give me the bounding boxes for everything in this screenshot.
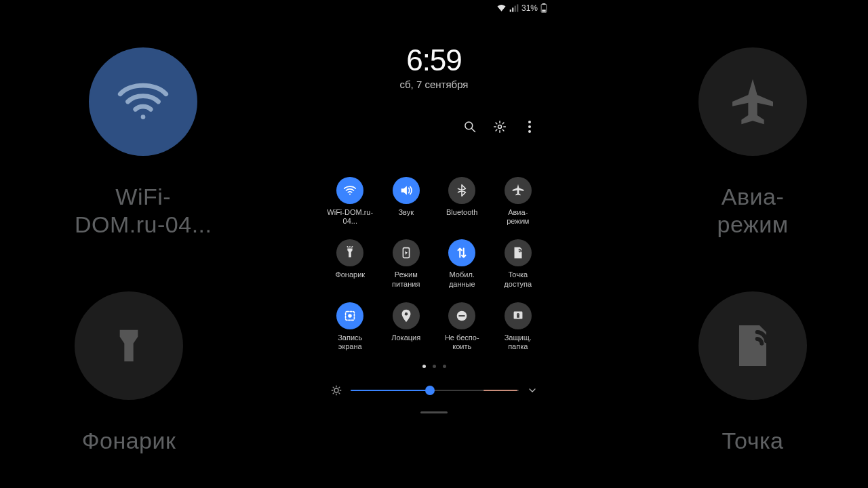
- battery-icon: [540, 3, 547, 13]
- search-button[interactable]: [463, 120, 477, 134]
- bg-tile-label: Фонарик: [75, 427, 183, 455]
- airplane-icon: [511, 183, 526, 198]
- svg-line-8: [472, 129, 475, 132]
- svg-point-9: [498, 125, 502, 129]
- svg-point-10: [528, 121, 531, 123]
- toggle-label: Локация: [391, 333, 420, 351]
- power-icon: [399, 245, 414, 260]
- toggle-hotspot[interactable]: Точка доступа: [490, 239, 547, 288]
- toggle-label: Не беспо- коить: [445, 333, 479, 351]
- nav-pill[interactable]: [420, 411, 448, 413]
- toggle-dnd[interactable]: Не беспо- коить: [434, 302, 490, 351]
- toggle-label: Мобил. данные: [449, 270, 475, 288]
- toggle-label: Авиа- режим: [507, 208, 529, 226]
- search-icon: [463, 120, 477, 134]
- location-icon: [399, 308, 414, 323]
- toggle-data[interactable]: Мобил. данные: [434, 239, 490, 288]
- svg-point-22: [334, 388, 338, 392]
- svg-rect-19: [459, 315, 465, 317]
- panel-actions: [314, 120, 554, 134]
- toggle-label: Bluetooth: [446, 208, 477, 226]
- bg-tile-hotspot: Точка: [698, 291, 807, 455]
- bg-tile-label: Авиа- режим: [698, 183, 807, 239]
- date-label: сб, 7 сентября: [314, 79, 554, 90]
- bg-tile-wifi: WiFi- DOM.ru-04...: [75, 47, 212, 239]
- svg-rect-1: [512, 7, 513, 12]
- svg-point-17: [404, 312, 408, 316]
- battery-percent: 31%: [521, 3, 538, 13]
- toggle-label: WiFi-DOM.ru-04...: [323, 208, 376, 226]
- settings-button[interactable]: [493, 120, 507, 134]
- record-icon: [342, 308, 357, 323]
- toggle-airplane[interactable]: Авиа- режим: [490, 177, 547, 226]
- svg-point-13: [349, 193, 351, 195]
- toggle-secure[interactable]: Защищ. папка: [490, 302, 547, 351]
- toggle-label: Точка доступа: [504, 270, 532, 288]
- wifi-icon: [342, 183, 357, 198]
- airplane-icon: [726, 75, 780, 129]
- toggle-label: Защищ. папка: [505, 333, 532, 351]
- dnd-icon: [454, 308, 469, 323]
- bg-tile-airplane: Авиа- режим: [698, 47, 807, 239]
- wifi-icon: [113, 71, 174, 132]
- gear-icon: [493, 120, 507, 134]
- hotspot-icon: [511, 245, 526, 260]
- page-dot[interactable]: [422, 365, 426, 368]
- toggle-label: Режим питания: [392, 270, 420, 288]
- more-vert-icon: [528, 121, 531, 133]
- toggle-wifi[interactable]: WiFi-DOM.ru-04...: [322, 177, 378, 226]
- expand-button[interactable]: [527, 385, 538, 396]
- bg-tile-label: Точка: [698, 427, 807, 455]
- svg-point-11: [528, 125, 531, 128]
- flashlight-icon: [102, 319, 156, 373]
- toggle-power[interactable]: Режим питания: [378, 239, 435, 288]
- toggle-location[interactable]: Локация: [378, 302, 435, 351]
- page-dot[interactable]: [433, 365, 436, 368]
- svg-rect-0: [510, 9, 511, 12]
- toggle-label: Запись экрана: [338, 333, 362, 351]
- svg-rect-2: [515, 5, 516, 12]
- data-icon: [454, 245, 469, 260]
- toggle-label: Звук: [398, 208, 414, 226]
- hotspot-icon: [726, 319, 780, 373]
- svg-point-16: [349, 314, 353, 318]
- wifi-status-icon: [496, 4, 507, 12]
- brightness-slider[interactable]: [351, 384, 519, 396]
- flashlight-icon: [342, 245, 357, 260]
- svg-rect-6: [542, 9, 545, 12]
- toggle-record[interactable]: Запись экрана: [322, 302, 378, 351]
- brightness-icon: [330, 384, 342, 396]
- toggle-sound[interactable]: Звук: [378, 177, 435, 226]
- toggle-flashlight[interactable]: Фонарик: [322, 239, 378, 288]
- svg-point-12: [528, 130, 531, 133]
- sound-icon: [399, 183, 414, 198]
- svg-rect-3: [517, 4, 518, 12]
- page-indicator[interactable]: [314, 365, 554, 368]
- phone-frame: 31% 6:59 сб, 7 сентября WiFi-DOM.ru-04..…: [314, 0, 554, 488]
- toggle-label: Фонарик: [335, 270, 365, 288]
- more-button[interactable]: [523, 120, 536, 134]
- clock-block: 6:59 сб, 7 сентября: [314, 43, 554, 90]
- brightness-row: [314, 384, 554, 396]
- quick-settings-grid: WiFi-DOM.ru-04...ЗвукBluetoothАвиа- режи…: [314, 177, 554, 351]
- secure-icon: [511, 308, 526, 323]
- bg-tile-label: WiFi- DOM.ru-04...: [75, 183, 212, 239]
- bluetooth-icon: [454, 183, 469, 198]
- status-bar: 31%: [314, 0, 554, 14]
- toggle-bluetooth[interactable]: Bluetooth: [434, 177, 490, 226]
- signal-icon: [509, 4, 519, 12]
- bg-tile-flashlight: Фонарик: [75, 291, 183, 455]
- time-label: 6:59: [314, 43, 554, 77]
- page-dot[interactable]: [443, 365, 446, 368]
